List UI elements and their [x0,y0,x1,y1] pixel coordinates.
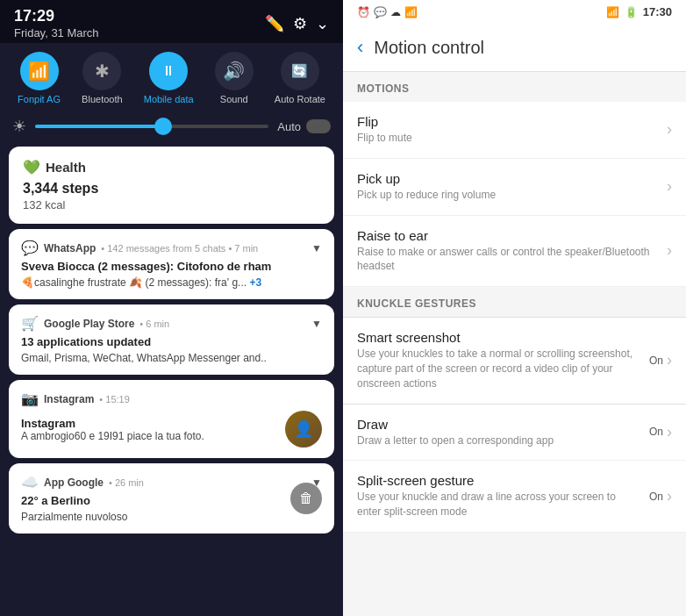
right-status-right-icons: 📶 🔋 17:30 [606,5,672,18]
left-panel: 17:29 Friday, 31 March ✏️ ⚙ ⌄ 📶 Fonpit A… [0,0,343,616]
health-card[interactable]: 💚 Health 3,344 steps 132 kcal [9,147,334,224]
pickup-content: Pick up Pick up to reduce ring volume [357,171,667,203]
playstore-header: 🛒 Google Play Store • 6 min ▼ [21,315,322,332]
instagram-content-row: Instagram A ambrogio60 e 19I91 piace la … [21,411,322,448]
whatsapp-sub: 🍕casalinghe frustrate 🍂 (2 messages): fr… [21,276,322,289]
instagram-time: • 15:19 [99,394,129,405]
brightness-thumb[interactable] [154,118,172,135]
pickup-setting[interactable]: Pick up Pick up to reduce ring volume › [343,159,686,216]
motion-control-header: ‹ Motion control [343,24,686,72]
weather-time: • 26 min [109,477,144,488]
signal-icon: 📶 [404,6,418,18]
wifi-status-icon: 📶 [606,6,619,18]
smart-screenshot-chevron-icon: › [667,351,672,369]
alarm-icon: ⏰ [357,6,370,18]
split-screen-desc: Use your knuckle and draw a line across … [357,490,642,519]
playstore-app-name: Google Play Store [44,318,134,330]
draw-toggle[interactable]: On › [649,423,672,441]
back-button[interactable]: ‹ [357,36,363,59]
toggle-wifi[interactable]: 📶 Fonpit AG [18,52,61,104]
wifi-label: Fonpit AG [18,94,61,104]
whatsapp-notification[interactable]: 💬 WhatsApp • 142 messages from 5 chats •… [9,229,334,299]
playstore-expand-icon[interactable]: ▼ [311,318,322,330]
raise-to-ear-setting[interactable]: Raise to ear Raise to make or answer cal… [343,216,686,288]
split-screen-toggle[interactable]: On › [649,487,672,505]
cloud-icon: ☁ [390,6,401,18]
brightness-slider[interactable] [35,125,268,128]
weather-notification[interactable]: ☁️ App Google • 26 min ▼ 22° a Berlino P… [9,463,334,534]
motions-section-header: MOTIONS [343,72,686,102]
health-title: Health [46,160,86,175]
health-icon: 💚 [23,159,40,175]
mobile-data-label: Mobile data [144,94,194,104]
expand-icon[interactable]: ⌄ [316,14,329,33]
instagram-notification[interactable]: 📷 Instagram • 15:19 Instagram A ambrogio… [9,380,334,458]
draw-setting[interactable]: Draw Draw a letter to open a correspondi… [343,405,686,462]
edit-icon[interactable]: ✏️ [265,14,284,33]
flip-chevron-icon: › [667,120,672,139]
playstore-icon: 🛒 [21,315,39,332]
whatsapp-expand-icon[interactable]: ▼ [311,242,322,254]
auto-brightness-toggle[interactable]: Auto [277,119,331,133]
whatsapp-time: • 142 messages from 5 chats • 7 min [101,243,258,254]
auto-toggle-switch[interactable] [306,119,331,133]
page-title: Motion control [374,38,484,58]
toggle-mobile-data[interactable]: ⏸ Mobile data [144,52,194,104]
mobile-data-icon: ⏸ [149,52,188,90]
sound-label: Sound [220,94,248,104]
flip-desc: Flip to mute [357,131,660,146]
health-kcal: 132 kcal [23,198,320,211]
whatsapp-header: 💬 WhatsApp • 142 messages from 5 chats •… [21,240,322,256]
auto-label: Auto [277,120,301,133]
pickup-chevron-icon: › [667,177,672,196]
smart-screenshot-toggle-value: On [649,355,663,367]
playstore-notification[interactable]: 🛒 Google Play Store • 6 min ▼ 13 applica… [9,304,334,375]
right-panel: ⏰ 💬 ☁ 📶 📶 🔋 17:30 ‹ Motion control MOTIO… [343,0,686,616]
instagram-text: Instagram A ambrogio60 e 19I91 piace la … [21,417,204,442]
draw-desc: Draw a letter to open a corresponding ap… [357,433,642,448]
weather-sub: Parzialmente nuvoloso [21,511,322,523]
wifi-icon: 📶 [20,52,59,90]
whatsapp-app-name: WhatsApp [44,242,96,254]
raise-to-ear-chevron-icon: › [667,241,672,260]
time-display: 17:29 [14,7,99,25]
whatsapp-icon: 💬 [21,240,39,256]
chat-icon: 💬 [374,6,387,18]
split-screen-setting[interactable]: Split-screen gesture Use your knuckle an… [343,461,686,533]
right-time-display: 17:30 [643,5,672,18]
pickup-desc: Pick up to reduce ring volume [357,188,660,203]
delete-button[interactable]: 🗑 [290,483,322,514]
date-display: Friday, 31 March [14,26,99,39]
toggle-auto-rotate[interactable]: 🔄 Auto Rotate [275,52,325,104]
toggle-bluetooth[interactable]: ✱ Bluetooth [82,52,122,104]
raise-to-ear-title: Raise to ear [357,228,660,243]
whatsapp-body: Sveva Biocca (2 messages): Citofono de r… [21,260,322,273]
smart-screenshot-toggle[interactable]: On › [649,351,672,369]
playstore-time: • 6 min [139,319,169,329]
health-header: 💚 Health [23,159,320,175]
right-status-bar: ⏰ 💬 ☁ 📶 📶 🔋 17:30 [343,0,686,24]
trash-icon: 🗑 [299,491,313,506]
raise-to-ear-desc: Raise to make or answer calls or control… [357,245,660,275]
toggle-sound[interactable]: 🔊 Sound [215,52,254,104]
instagram-body: Instagram [21,417,204,430]
sound-icon: 🔊 [215,52,254,90]
knuckle-section-header: KNUCKLE GESTURES [343,287,686,317]
flip-title: Flip [357,114,660,129]
settings-icon[interactable]: ⚙ [293,14,307,33]
weather-icon: ☁️ [21,474,39,491]
playstore-body: 13 applications updated [21,335,322,348]
bluetooth-label: Bluetooth [82,94,122,104]
instagram-app-name: Instagram [44,393,94,405]
right-status-left-icons: ⏰ 💬 ☁ 📶 [357,6,418,18]
draw-toggle-value: On [649,426,663,438]
smart-screenshot-setting[interactable]: Smart screenshot Use your knuckles to ta… [343,317,686,404]
flip-setting[interactable]: Flip Flip to mute › [343,102,686,159]
instagram-sub: A ambrogio60 e 19I91 piace la tua foto. [21,430,204,442]
left-status-bar: 17:29 Friday, 31 March ✏️ ⚙ ⌄ [0,0,343,43]
split-screen-title: Split-screen gesture [357,473,642,488]
draw-title: Draw [357,417,642,432]
raise-to-ear-content: Raise to ear Raise to make or answer cal… [357,228,667,275]
smart-screenshot-content: Smart screenshot Use your knuckles to ta… [357,330,649,390]
health-steps: 3,344 steps [23,181,320,197]
